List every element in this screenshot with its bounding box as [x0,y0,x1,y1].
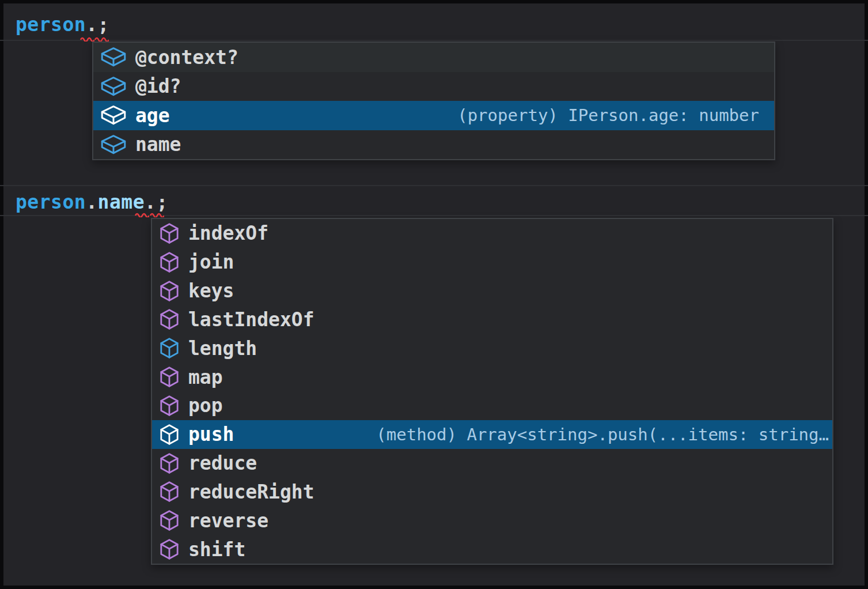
suggest-item-label: name [135,133,181,156]
suggest-item[interactable]: lastIndexOf [152,305,832,334]
suggest-item[interactable]: reverse [152,506,832,535]
line-highlight-border [0,40,868,41]
error-squiggle-icon [94,36,109,41]
suggest-item-label: reduceRight [188,481,314,503]
suggest-widget-members-of-string: indexOf join keys [151,218,833,565]
suggest-item-label: map [188,366,223,388]
error-squiggle-icon [135,212,149,217]
suggest-widget-members-of-person: @context? @id? age (property) IPerson.ag… [92,41,775,160]
token-variable: person [16,13,86,36]
symbol-method-icon [160,280,179,302]
suggest-item-label: indexOf [188,222,268,244]
suggest-item-label: @context? [135,46,238,69]
symbol-method-icon [160,424,179,445]
suggest-item[interactable]: length [152,334,832,363]
suggest-item-label: age [135,104,170,127]
token-semicolon: ; [98,13,109,36]
suggest-item[interactable]: age (property) IPerson.age: number [93,101,774,130]
code-editor[interactable]: person.; @context? @id? [0,0,868,589]
suggest-item-label: reduce [188,452,257,474]
symbol-method-icon [160,509,179,531]
suggest-item[interactable]: indexOf [152,219,832,248]
suggest-item[interactable]: shift [152,535,832,564]
suggest-item[interactable]: push (method) Array<string>.push(...item… [152,420,832,449]
token-dot: . [86,191,97,213]
symbol-method-icon [160,251,179,273]
error-squiggle-icon [150,212,164,217]
symbol-field-icon [101,47,126,67]
symbol-method-icon [160,395,179,417]
suggest-item-label: length [188,337,257,360]
suggest-item[interactable]: @context? [93,43,774,72]
code-line-1[interactable]: person.; [16,14,109,36]
symbol-field-icon [101,76,126,97]
token-property: name [98,191,145,213]
symbol-method-icon [160,481,179,503]
symbol-method-icon [160,452,179,474]
symbol-method-icon [160,366,179,388]
suggest-item-detail: (property) IPerson.age: number [457,105,774,125]
line-highlight-border [0,185,868,186]
suggest-item-label: keys [188,280,234,302]
suggest-item[interactable]: name [93,130,774,160]
symbol-method-icon [160,538,179,560]
symbol-field-icon [101,105,126,126]
suggest-item[interactable]: reduce [152,449,832,478]
token-variable: person [16,191,86,213]
symbol-field-icon [101,134,126,155]
suggest-item-label: pop [188,394,223,417]
symbol-method-icon [160,222,179,244]
suggest-item-label: reverse [188,509,268,532]
suggest-item-label: @id? [135,75,181,97]
token-dot: . [86,13,97,36]
suggest-item-label: lastIndexOf [188,308,314,331]
token-semicolon: ; [156,191,168,213]
suggest-item-label: join [188,251,234,273]
suggest-item-label: push [188,423,234,445]
line-highlight-border [0,215,868,216]
token-dot: . [145,191,156,213]
suggest-item[interactable]: @id? [93,72,774,101]
symbol-property-icon [160,337,179,359]
suggest-item[interactable]: reduceRight [152,477,832,506]
suggest-item[interactable]: join [152,248,832,277]
suggest-item-detail: (method) Array<string>.push(...items: st… [376,425,832,444]
error-squiggle-icon [80,36,94,41]
suggest-item[interactable]: keys [152,277,832,305]
code-line-2[interactable]: person.name.; [16,191,168,213]
suggest-item[interactable]: pop [152,391,832,420]
suggest-item[interactable]: map [152,363,832,391]
suggest-item-label: shift [188,538,245,561]
symbol-method-icon [160,308,179,330]
